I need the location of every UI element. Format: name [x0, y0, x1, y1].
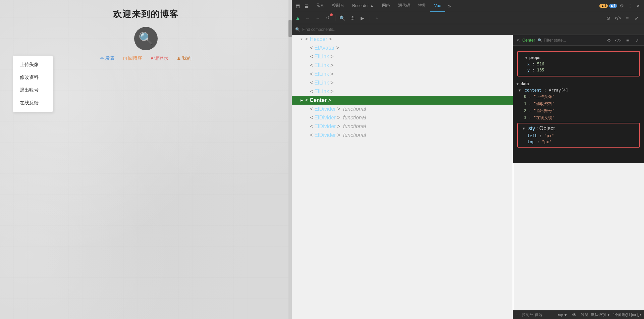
- route-button[interactable]: ⑂: [373, 14, 381, 22]
- props-label: props: [529, 55, 540, 60]
- timeline-button[interactable]: ⏱: [348, 14, 357, 22]
- tree-item-elavatar[interactable]: ▶ <ElAvatar>: [292, 44, 513, 52]
- top-dropdown-icon: ▼: [564, 313, 568, 317]
- prop-x-row: x : 516: [522, 61, 635, 67]
- content-1-value: "修改资料": [534, 101, 554, 106]
- tab-elements[interactable]: 元素: [312, 0, 328, 12]
- content-type: Array[4]: [549, 88, 568, 93]
- blog-panel: 欢迎来到的博客 🔍 ✏ 发表 ⊡ 回博客 ♥ 请登录 ♟ 我的: [0, 0, 292, 319]
- data-arrow: ▼: [516, 82, 519, 86]
- open-button[interactable]: ⤢: [633, 14, 641, 22]
- search-input[interactable]: [302, 27, 641, 32]
- tree-item-ellink-5[interactable]: ▶ <ElLink>: [292, 87, 513, 96]
- tab-recorder[interactable]: Recorder ▲: [348, 0, 378, 12]
- devtools-panel: ⬒ ⬓ 元素 控制台 Recorder ▲ 网络 源代码 性能 Vue » ▲1…: [292, 0, 644, 319]
- tree-item-header[interactable]: ▼ <Header>: [292, 35, 513, 44]
- tree-item-center[interactable]: ▶ <Center>: [292, 96, 513, 105]
- issues-tab-label[interactable]: 问题: [535, 312, 542, 317]
- avatar: 🔍: [134, 27, 158, 50]
- vue-logo: ▲: [295, 15, 301, 21]
- content-0-value: "上传头像": [534, 94, 554, 99]
- right-info: 1个问题@1 [ou ]g♠: [613, 313, 641, 317]
- refresh-with-badge[interactable]: ↺ !: [324, 14, 332, 22]
- content-3-value: "在线反馈": [534, 115, 554, 120]
- props-section-header[interactable]: ▼ props: [522, 54, 635, 61]
- settings-button[interactable]: ⚙: [619, 3, 625, 9]
- tree-item-ellink-2[interactable]: ▶ <ElLink>: [292, 61, 513, 70]
- back-button[interactable]: ←: [304, 14, 312, 22]
- eye-button[interactable]: 👁: [570, 311, 578, 319]
- data-section-header[interactable]: ▼ data: [513, 81, 644, 87]
- tree-item-eldivider-2[interactable]: ▶ <ElDivider> functional: [292, 113, 513, 122]
- list-detail-btn[interactable]: ≡: [624, 37, 631, 44]
- dropdown-menu: 上传头像 修改资料 退出账号 在线反馈: [13, 55, 53, 112]
- filter-label[interactable]: 过滤: [581, 312, 588, 317]
- dropdown-item-upload[interactable]: 上传头像: [13, 58, 53, 71]
- inspect-button[interactable]: 🔍: [338, 14, 346, 22]
- tab-network[interactable]: 网络: [378, 0, 394, 12]
- code-detail-btn[interactable]: </>: [614, 37, 622, 44]
- nav-link-login[interactable]: ♥ 请登录: [151, 55, 168, 61]
- sty-left-row: left : "px": [522, 133, 635, 139]
- tree-item-ellink-3[interactable]: ▶ <ElLink>: [292, 70, 513, 78]
- screenshot-button[interactable]: ⊙: [604, 14, 612, 22]
- dropdown-item-feedback[interactable]: 在线反馈: [13, 97, 53, 109]
- tree-item-eldivider-4[interactable]: ▶ <ElDivider> functional: [292, 131, 513, 140]
- content-item-2: 2 : "退出账号": [513, 107, 644, 114]
- level-dropdown[interactable]: 默认级别 ▼: [591, 312, 610, 317]
- more-button[interactable]: ⋮: [627, 3, 633, 9]
- devtools-topbar: ⬒ ⬓ 元素 控制台 Recorder ▲ 网络 源代码 性能 Vue » ▲1…: [292, 0, 644, 12]
- detail-panel: < Center 🔍 Filter state... ⊙ </> ≡ ⤢: [513, 35, 644, 319]
- nav-link-mine[interactable]: ♟ 我的: [177, 55, 192, 61]
- list-button[interactable]: ≡: [623, 14, 631, 22]
- vue-toolbar: ▲ ← → ↺ ! 🔍 ⏱ ▶ ⑂ ⊙ </> ≡ ⤢: [292, 12, 644, 24]
- tab-console[interactable]: 控制台: [328, 0, 348, 12]
- top-dropdown[interactable]: top ▼: [558, 313, 567, 317]
- tab-more[interactable]: »: [445, 0, 453, 12]
- split-view: ▼ <Header> ▶ <ElAvatar> ▶ <ElLink>: [292, 35, 644, 319]
- search-icon: 🔍: [295, 27, 300, 32]
- blog-title: 欢迎来到的博客: [113, 8, 179, 20]
- message-badge: ▶1: [609, 4, 617, 8]
- dock-button[interactable]: ⬓: [303, 3, 310, 9]
- bottom-toolbar: ⋯ 控制台 问题 top ▼ 👁 过滤 默认级别 ▼ 1个问题@1 [ou ]g…: [513, 310, 644, 319]
- forward-button[interactable]: →: [314, 14, 322, 22]
- tab-performance[interactable]: 性能: [414, 0, 430, 12]
- tree-item-eldivider-1[interactable]: ▶ <ElDivider> functional: [292, 105, 513, 113]
- content-header-row[interactable]: ▼ content : Array[4]: [513, 87, 644, 93]
- tree-item-ellink-1[interactable]: ▶ <ElLink>: [292, 52, 513, 61]
- blog-icon: ⊡: [123, 56, 127, 61]
- arrow-header[interactable]: ▼: [299, 37, 304, 42]
- dropdown-item-logout[interactable]: 退出账号: [13, 84, 53, 97]
- prop-x-value: 516: [537, 62, 544, 66]
- arrow-center[interactable]: ▶: [299, 98, 304, 103]
- prop-y-value: 135: [537, 68, 544, 72]
- sty-section-header[interactable]: ▼ sty : Object: [522, 125, 635, 133]
- dropdown-item-profile[interactable]: 修改资料: [13, 71, 53, 84]
- nav-link-blog[interactable]: ⊡ 回博客: [123, 55, 142, 61]
- nav-links: ✏ 发表 ⊡ 回博客 ♥ 请登录 ♟ 我的: [100, 55, 192, 61]
- tree-item-ellink-4[interactable]: ▶ <ElLink>: [292, 78, 513, 87]
- bottom-right: top ▼ 👁 过滤 默认级别 ▼ 1个问题@1 [ou ]g♠: [558, 311, 641, 319]
- blog-content: 欢迎来到的博客 🔍 ✏ 发表 ⊡ 回博客 ♥ 请登录 ♟ 我的: [0, 0, 292, 71]
- console-tab-label[interactable]: 控制台: [522, 312, 533, 317]
- three-dots-btn[interactable]: ⋯: [516, 313, 520, 317]
- tab-vue[interactable]: Vue: [430, 0, 445, 12]
- search-bar: 🔍: [292, 24, 644, 35]
- tree-item-eldivider-3[interactable]: ▶ <ElDivider> functional: [292, 122, 513, 131]
- nav-link-post[interactable]: ✏ 发表: [100, 55, 115, 61]
- tab-sources[interactable]: 源代码: [394, 0, 414, 12]
- toolbar-separator-1: [335, 15, 335, 21]
- timeline-arrow-button[interactable]: ▶: [359, 14, 367, 22]
- tree-scroll[interactable]: ▼ <Header> ▶ <ElAvatar> ▶ <ElLink>: [292, 35, 513, 319]
- functional-label-1: functional: [343, 106, 366, 112]
- sty-type: Object: [539, 125, 555, 131]
- open-detail-btn[interactable]: ⤢: [633, 37, 641, 44]
- undock-button[interactable]: ⬒: [294, 3, 301, 9]
- sty-left-value: "px": [544, 134, 554, 138]
- content-2-value: "退出账号": [534, 108, 554, 113]
- screenshot-detail-btn[interactable]: ⊙: [605, 37, 612, 44]
- code-button[interactable]: </>: [614, 14, 622, 22]
- info-bar-actions: ⊙ </> ≡ ⤢: [605, 37, 641, 44]
- close-button[interactable]: ✕: [635, 3, 641, 9]
